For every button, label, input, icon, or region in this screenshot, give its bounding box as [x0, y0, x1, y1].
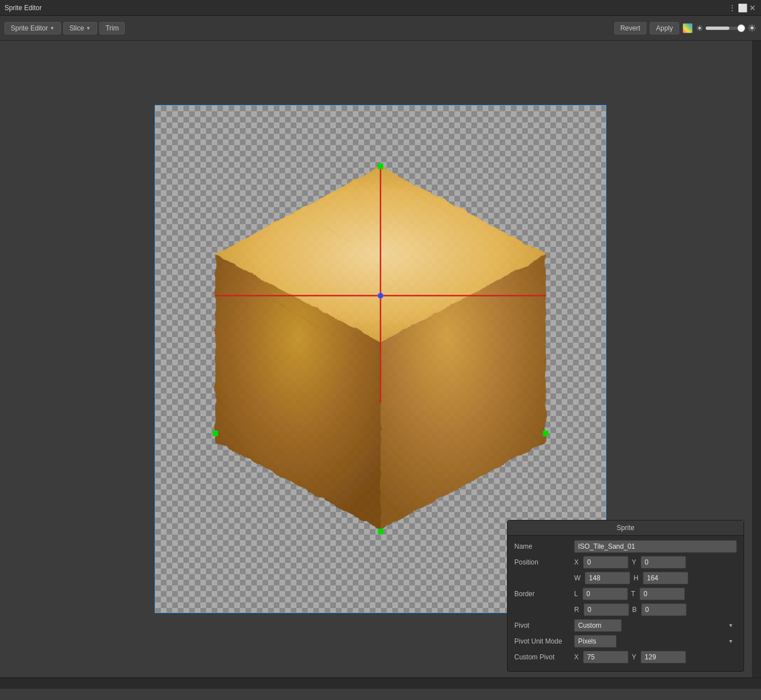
zoom-slider-container: ☀ ☀: [696, 22, 756, 34]
zoom-slider-fill: [706, 27, 729, 30]
border-rb-row: R B: [514, 603, 737, 616]
title-bar-controls: ⋮ ⬜ ✕: [728, 4, 756, 12]
restore-button[interactable]: ⬜: [738, 4, 746, 12]
sprite-editor-menu-button[interactable]: Sprite Editor ▼: [5, 22, 61, 34]
canvas-area[interactable]: Sprite Name Position X Y: [0, 41, 761, 689]
pos-w-label: W: [574, 574, 580, 582]
position-label: Position: [514, 558, 571, 566]
border-b-input[interactable]: [641, 603, 686, 616]
revert-button[interactable]: Revert: [614, 22, 646, 34]
pos-x-input[interactable]: [583, 556, 628, 568]
sprite-editor-arrow-icon: ▼: [50, 25, 55, 31]
slice-button[interactable]: Slice ▼: [63, 22, 97, 34]
pivot-row: Pivot Custom Center Top Bottom Left Righ…: [514, 619, 737, 632]
pivot-unit-select[interactable]: Pixels Normalized: [574, 635, 616, 648]
sprite-image: [183, 133, 578, 585]
apply-button[interactable]: Apply: [650, 22, 679, 34]
zoom-slider-track[interactable]: [706, 27, 745, 30]
title-bar-title: Sprite Editor: [5, 4, 42, 12]
panel-header: Sprite: [508, 520, 743, 536]
svg-rect-13: [543, 431, 549, 436]
status-bar: [0, 677, 761, 689]
title-bar: Sprite Editor ⋮ ⬜ ✕: [0, 0, 761, 16]
border-r-input[interactable]: [584, 603, 629, 616]
custom-pivot-row: Custom Pivot X Y: [514, 651, 737, 663]
svg-rect-12: [212, 431, 218, 436]
slice-label: Slice: [69, 24, 84, 32]
border-l-label: L: [574, 590, 578, 598]
border-lt-row: Border L T: [514, 588, 737, 600]
trim-label: Trim: [106, 24, 119, 32]
custom-pivot-label: Custom Pivot: [514, 653, 571, 661]
border-r-label: R: [574, 606, 579, 614]
main-content: Sprite Name Position X Y: [0, 41, 761, 689]
name-row: Name: [514, 540, 737, 553]
border-l-input[interactable]: [583, 588, 628, 600]
panel-body: Name Position X Y W H: [508, 536, 743, 671]
svg-rect-11: [378, 164, 383, 169]
panel-title: Sprite: [616, 524, 634, 532]
scrollbar-right[interactable]: [752, 41, 761, 680]
border-label: Border: [514, 590, 571, 598]
slice-arrow-icon: ▼: [86, 25, 91, 31]
pos-y-label: Y: [632, 558, 636, 566]
pivot-unit-label: Pivot Unit Mode: [514, 637, 571, 645]
border-b-label: B: [632, 606, 637, 614]
border-t-label: T: [631, 590, 635, 598]
pivot-select-wrapper: Custom Center Top Bottom Left Right Top …: [574, 619, 737, 632]
custom-pivot-y-input[interactable]: [641, 651, 686, 663]
svg-rect-14: [378, 528, 383, 534]
trim-button[interactable]: Trim: [99, 22, 125, 34]
zoom-slider-thumb[interactable]: [737, 24, 745, 32]
pos-w-input[interactable]: [585, 572, 630, 584]
pos-h-input[interactable]: [643, 572, 688, 584]
pivot-select[interactable]: Custom Center Top Bottom Left Right Top …: [574, 619, 622, 632]
sun-small-icon: ☀: [696, 24, 703, 33]
sprite-editor-label: Sprite Editor: [11, 24, 48, 32]
pivot-unit-select-wrapper: Pixels Normalized: [574, 635, 737, 648]
sun-large-icon: ☀: [747, 22, 756, 34]
custom-pivot-y-label: Y: [632, 653, 636, 661]
pivot-label: Pivot: [514, 622, 571, 629]
border-t-input[interactable]: [640, 588, 685, 600]
color-swatch[interactable]: [683, 23, 693, 33]
custom-pivot-x-label: X: [574, 653, 579, 661]
pos-h-label: H: [633, 574, 638, 582]
custom-pivot-x-input[interactable]: [583, 651, 628, 663]
pos-x-label: X: [574, 558, 579, 566]
size-row: W H: [514, 572, 737, 584]
position-row: Position X Y: [514, 556, 737, 568]
pos-y-input[interactable]: [641, 556, 686, 568]
name-label: Name: [514, 542, 571, 550]
menu-button[interactable]: ⋮: [728, 4, 736, 12]
pivot-unit-row: Pivot Unit Mode Pixels Normalized: [514, 635, 737, 648]
name-input[interactable]: [574, 540, 737, 553]
close-button[interactable]: ✕: [749, 4, 756, 12]
toolbar: Sprite Editor ▼ Slice ▼ Trim Revert Appl…: [0, 16, 761, 41]
toolbar-right: Revert Apply ☀ ☀: [614, 22, 756, 34]
sprite-panel: Sprite Name Position X Y: [507, 520, 744, 672]
svg-point-10: [378, 293, 383, 299]
